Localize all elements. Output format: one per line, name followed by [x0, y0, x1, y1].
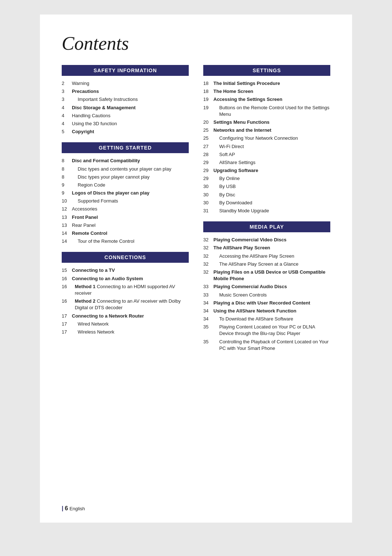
toc-entry: 14Remote Control	[62, 230, 189, 237]
toc-entry: 4Handling Cautions	[62, 113, 189, 119]
toc-page-number: 33	[203, 283, 213, 290]
toc-entry: 19Buttons on the Remote Control Used for…	[203, 105, 330, 118]
toc-page-number: 13	[62, 222, 72, 229]
toc-page-number: 8	[62, 166, 72, 172]
toc-entry: 32Playing Files on a USB Device or USB C…	[203, 269, 330, 282]
toc-page-number: 9	[62, 182, 72, 188]
toc-page-number: 34	[203, 300, 213, 306]
toc-entry: 30By Downloaded	[203, 200, 330, 206]
toc-page-number: 35	[203, 324, 213, 330]
toc-entry-text: The AllShare Play Screen	[213, 245, 330, 251]
right-column: SETTINGS18The Initial Settings Procedure…	[203, 65, 330, 359]
toc-entry-text: Accessing the AllShare Play Screen	[213, 253, 330, 259]
footer-bar: |	[62, 505, 63, 512]
toc-page-number: 35	[203, 339, 213, 345]
toc-entry: 18The Home Screen	[203, 88, 330, 95]
toc-entry-text: Disc and Format Compatibility	[72, 158, 189, 164]
toc-entry: 30By Disc	[203, 192, 330, 198]
toc-page-number: 4	[62, 113, 72, 119]
toc-entry-text: Playing a Disc with User Recorded Conten…	[213, 300, 330, 306]
toc-entry-text: Rear Panel	[72, 222, 189, 229]
toc-page-number: 32	[203, 253, 213, 259]
toc-page-number: 29	[203, 175, 213, 182]
toc-entry-text: Using the 3D function	[72, 120, 189, 127]
toc-entry-text: Settings Menu Functions	[213, 119, 330, 126]
toc-entry: 4Using the 3D function	[62, 120, 189, 127]
toc-entry-text: Wired Network	[72, 321, 189, 327]
toc-entry: 20Settings Menu Functions	[203, 119, 330, 126]
toc-entry-text: Logos of Discs the player can play	[72, 190, 189, 196]
toc-entry: 10Supported Formats	[62, 198, 189, 204]
toc-entry-text: Playing Commercial Video Discs	[213, 237, 330, 243]
toc-entry-text: Music Screen Controls	[213, 292, 330, 298]
toc-entry: 12Accessories	[62, 206, 189, 212]
toc-page-number: 29	[203, 159, 213, 166]
toc-page-number: 4	[62, 120, 72, 127]
toc-page-number: 2	[62, 80, 72, 87]
toc-entry: 32Accessing the AllShare Play Screen	[203, 253, 330, 259]
toc-entry: 19Accessing the Settings Screen	[203, 96, 330, 103]
toc-page-number: 17	[62, 329, 72, 335]
toc-entry: 32The AllShare Play Screen at a Glance	[203, 261, 330, 267]
toc-entry: 8Disc types and contents your player can…	[62, 166, 189, 172]
toc-entry-text: Buttons on the Remote Control Used for t…	[213, 105, 330, 118]
toc-entry-text: Soft AP	[213, 151, 330, 158]
toc-entry-text: Region Code	[72, 182, 189, 188]
toc-entry-text: Accessing the Settings Screen	[213, 96, 330, 103]
toc-entry-text: By Downloaded	[213, 200, 330, 206]
toc-entry-text: Wi-Fi Direct	[213, 143, 330, 150]
toc-entry: 17Wired Network	[62, 321, 189, 327]
toc-entry: 33Music Screen Controls	[203, 292, 330, 298]
toc-entry-text: Disc types your player cannot play	[72, 174, 189, 180]
toc-entry: 29Upgrading Software	[203, 167, 330, 174]
toc-entry-text: Connecting to a TV	[72, 267, 189, 274]
toc-entry-text: Using the AllShare Network Function	[213, 308, 330, 314]
toc-page-number: 3	[62, 96, 72, 103]
toc-page-number: 8	[62, 158, 72, 164]
toc-page-number: 9	[62, 190, 72, 196]
toc-entry: 25Networks and the Internet	[203, 127, 330, 134]
toc-page-number: 15	[62, 267, 72, 274]
section-header: MEDIA PLAY	[203, 221, 330, 232]
toc-entry-text: Method 2 Connecting to an AV receiver wi…	[72, 298, 189, 311]
toc-entry-text: Upgrading Software	[213, 167, 330, 174]
toc-entry: 18The Initial Settings Procedure	[203, 80, 330, 87]
two-column-layout: SAFETY INFORMATION2Warning3Precautions3I…	[62, 65, 330, 359]
toc-page-number: 25	[203, 135, 213, 142]
toc-entry: 13Front Panel	[62, 214, 189, 221]
toc-entry: 35Playing Content Located on Your PC or …	[203, 324, 330, 337]
toc-entry-text: Tour of the Remote Control	[72, 238, 189, 245]
toc-entry: 28Soft AP	[203, 151, 330, 158]
toc-page-number: 20	[203, 119, 213, 126]
toc-page-number: 33	[203, 292, 213, 298]
toc-entry: 16Method 2 Connecting to an AV receiver …	[62, 298, 189, 311]
toc-page-number: 3	[62, 88, 72, 95]
toc-page-number: 18	[203, 88, 213, 95]
toc-entry: 32The AllShare Play Screen	[203, 245, 330, 251]
toc-entry: 4Disc Storage & Management	[62, 105, 189, 111]
toc-entry-text: The Home Screen	[213, 88, 330, 95]
toc-entry: 31Standby Mode Upgrade	[203, 208, 330, 214]
toc-entry-text: The Initial Settings Procedure	[213, 80, 330, 87]
footer: | 6 English	[62, 505, 85, 512]
toc-entry: 27Wi-Fi Direct	[203, 143, 330, 150]
toc-entry-text: The AllShare Play Screen at a Glance	[213, 261, 330, 267]
toc-entry: 34To Download the AllShare Software	[203, 316, 330, 322]
toc-page-number: 16	[62, 298, 72, 304]
toc-page-number: 14	[62, 230, 72, 237]
toc-entry-text: Handling Cautions	[72, 113, 189, 119]
toc-page-number: 16	[62, 283, 72, 290]
toc-entry: 30By USB	[203, 183, 330, 190]
toc-page-number: 8	[62, 174, 72, 180]
page: Contents SAFETY INFORMATION2Warning3Prec…	[40, 15, 352, 523]
toc-entry-text: Networks and the Internet	[213, 127, 330, 134]
toc-page-number: 14	[62, 238, 72, 245]
section-block: GETTING STARTED8Disc and Format Compatib…	[62, 142, 189, 245]
toc-entry: 32Playing Commercial Video Discs	[203, 237, 330, 243]
toc-entry: 9Logos of Discs the player can play	[62, 190, 189, 196]
toc-entry-text: Disc Storage & Management	[72, 105, 189, 111]
section-header: GETTING STARTED	[62, 142, 189, 153]
toc-entry-text: Connecting to an Audio System	[72, 275, 189, 282]
toc-page-number: 4	[62, 105, 72, 111]
toc-entry-text: Accessories	[72, 206, 189, 212]
